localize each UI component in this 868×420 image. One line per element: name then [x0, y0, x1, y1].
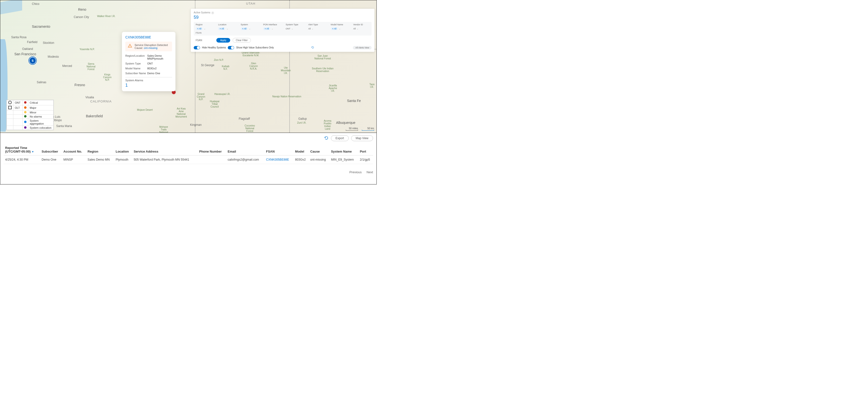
major-dot-icon [24, 106, 27, 109]
filter-vendor[interactable]: All⌄ [353, 27, 370, 30]
noalarm-dot-icon [24, 115, 27, 118]
park-mohave: Mohave Trails National [157, 126, 170, 133]
export-button[interactable]: Export [331, 135, 349, 141]
city-carson-city: Carson City [74, 15, 89, 19]
cell-region: Sales Demo MN [86, 155, 114, 164]
active-systems-count: 59 [194, 15, 372, 20]
col-system-name[interactable]: System Name [330, 144, 359, 155]
park-southern-ute: Southern Ute Indian Reservation [312, 67, 334, 72]
park-hualapai: Hualapai Tribal Council [209, 100, 221, 108]
city-santa-maria: Santa Maria [56, 124, 72, 128]
col-account[interactable]: Account No. [62, 144, 86, 155]
state-california: CALIFORNIA [90, 99, 112, 103]
filter-system-type[interactable]: ONT⌄ [286, 27, 306, 30]
col-phone[interactable]: Phone Number [197, 144, 226, 155]
cell-account: MINSP [62, 155, 86, 164]
city-kingman: Kingman [190, 123, 202, 126]
city-santa-fe: Santa Fe [347, 99, 361, 103]
filter-header-alert-type: Alert Type [308, 23, 329, 26]
scale-bar: 50 miles 50 km [346, 127, 374, 131]
col-region[interactable]: Region [86, 144, 114, 155]
filter-system[interactable]: × All⌄ [241, 27, 261, 30]
cell-fsan[interactable]: CXNK005BE88E [265, 155, 293, 164]
filter-model[interactable]: × All⌄ [331, 27, 351, 30]
clear-filter-button[interactable]: Clear Filter [232, 38, 251, 42]
cause-link[interactable]: ont-missing [144, 47, 157, 50]
city-st-george: St George [201, 63, 214, 67]
park-coconino: Coconino National Forest [243, 124, 256, 132]
legend-aggregation: System aggregation [28, 119, 54, 126]
map-legend: ONTCritical OLTMajor Minor No alarms Sys… [6, 100, 54, 130]
city-stockton: Stockton [43, 41, 54, 44]
cluster-marker[interactable]: 5 [29, 57, 36, 64]
hide-healthy-toggle[interactable] [194, 46, 200, 50]
bottom-panel: Export Map View Reported Time (UTC/GMT-0… [0, 133, 376, 184]
filter-location[interactable]: × All⌄ [218, 27, 239, 30]
alerts-table: Reported Time (UTC/GMT-05:00)▼ Subscribe… [4, 144, 373, 164]
cell-subscriber: Demo One [40, 155, 62, 164]
col-reported[interactable]: Reported Time (UTC/GMT-05:00)▼ [4, 144, 40, 155]
col-address[interactable]: Service Address [132, 144, 197, 155]
col-port[interactable]: Port [359, 144, 373, 155]
all-alerts-button[interactable]: All Alerts View [353, 46, 372, 50]
city-merced: Merced [62, 64, 72, 68]
city-flagstaff: Flagstaff [239, 117, 250, 120]
filter-region[interactable]: × All⌄ [196, 27, 216, 30]
state-utah: UTAH [246, 2, 255, 5]
cell-port: 2/1/gp5 [359, 155, 373, 164]
park-grand-canyon: Grand Canyon N.P. [195, 93, 207, 101]
filter-alert-type[interactable]: All⌄ [308, 27, 329, 30]
hide-healthy-label: Hide Healthy Systems [202, 46, 226, 49]
subscriber-value: Demo One [147, 72, 172, 75]
legend-ont: ONT [13, 100, 23, 106]
cell-location: Plymouth [114, 155, 132, 164]
city-visalia: Visalia [85, 96, 94, 99]
cell-cause: ont-missing [309, 155, 330, 164]
legend-olt: OLT [13, 106, 23, 111]
minor-dot-icon [24, 111, 27, 113]
city-gallup: Gallup [298, 117, 307, 120]
info-icon[interactable]: i [211, 11, 214, 14]
col-email[interactable]: Email [226, 144, 265, 155]
legend-major: Major [28, 106, 54, 111]
aggregation-dot-icon [24, 121, 27, 123]
high-value-label: Show High Value Subscribers Only [236, 46, 274, 49]
filter-pon[interactable]: × All⌄ [263, 27, 283, 30]
col-location[interactable]: Location [114, 144, 132, 155]
city-fairfield: Fairfield [27, 40, 37, 44]
map-area[interactable]: Chico Reno Carson City Sacramento Santa … [0, 0, 376, 133]
park-taos: Taos I.R. [368, 83, 376, 88]
park-san-juan: San Juan National Forest [314, 55, 331, 60]
refresh-icon[interactable] [324, 136, 329, 141]
filter-header-location: Location [218, 23, 239, 26]
legend-colocation: System colocation [28, 126, 54, 130]
col-model[interactable]: Model [294, 144, 309, 155]
high-value-toggle[interactable] [228, 46, 234, 50]
cell-phone [197, 155, 226, 164]
col-subscriber[interactable]: Subscriber [40, 144, 62, 155]
apply-button[interactable]: Apply [216, 38, 230, 42]
city-san-francisco: San Francisco [14, 52, 36, 56]
park-yosemite: Yosemite N.P. [80, 48, 95, 51]
table-row[interactable]: 4/25/24, 4:30 PM Demo One MINSP Sales De… [4, 155, 373, 164]
warning-icon [128, 43, 132, 50]
city-santa-rosa: Santa Rosa [11, 35, 27, 39]
filter-header-system-type: System Type [286, 23, 306, 26]
fsan-value[interactable]: FSAN [196, 39, 214, 41]
previous-button[interactable]: Previous [349, 170, 362, 174]
next-button[interactable]: Next [367, 170, 373, 174]
refresh-small-icon[interactable] [311, 46, 314, 50]
map-view-button[interactable]: Map View [351, 135, 373, 141]
park-avi-kwa: Avi Kwa Ame National Monument [175, 107, 188, 118]
legend-no-alarms: No alarms [28, 115, 54, 119]
popup-title[interactable]: CXNK005BE88E [125, 35, 172, 39]
col-fsan[interactable]: FSAN [265, 144, 293, 155]
cell-model: 803Gv2 [294, 155, 309, 164]
park-jicarilla: Jicarilla Apache I.R. [327, 84, 339, 92]
type-value: ONT [147, 62, 172, 65]
region-value: Sales Demo MN/Plymouth [147, 54, 172, 60]
park-kaibab: Kaibab N.F. [221, 65, 230, 70]
col-cause[interactable]: Cause [309, 144, 330, 155]
park-havasupai: Havasupai I.R. [214, 93, 230, 95]
alarms-count: 1 [125, 83, 172, 88]
